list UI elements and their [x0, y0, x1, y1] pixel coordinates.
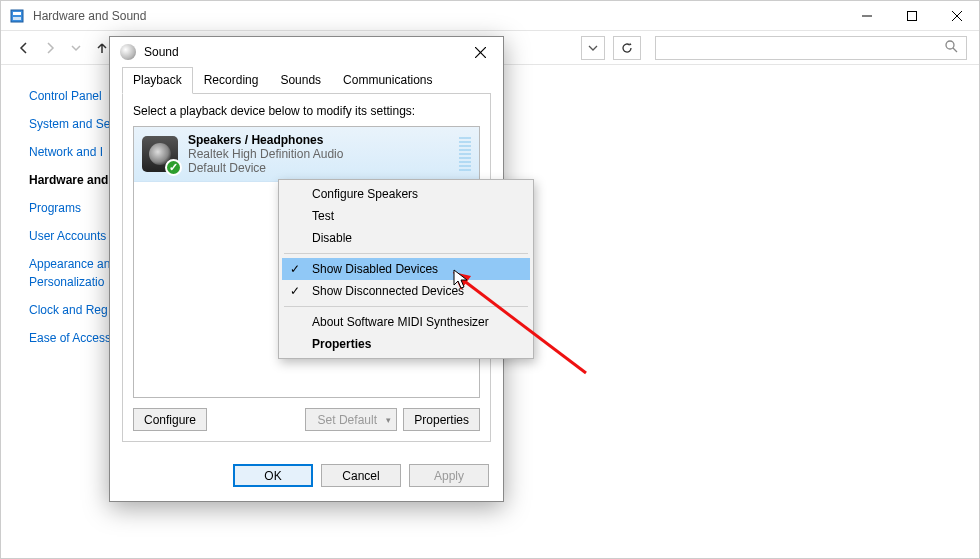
minimize-button[interactable] — [844, 1, 889, 31]
parent-title: Hardware and Sound — [33, 9, 146, 23]
ctx-configure-speakers[interactable]: Configure Speakers — [282, 183, 530, 205]
tab-sounds[interactable]: Sounds — [269, 67, 332, 94]
properties-button[interactable]: Properties — [403, 408, 480, 431]
search-icon — [944, 39, 958, 56]
tab-playback[interactable]: Playback — [122, 67, 193, 94]
ctx-properties[interactable]: Properties — [282, 333, 530, 355]
context-menu: Configure Speakers Test Disable ✓Show Di… — [278, 179, 534, 359]
set-default-button[interactable]: Set Default — [305, 408, 397, 431]
svg-point-7 — [946, 41, 954, 49]
device-vendor: Realtek High Definition Audio — [188, 147, 343, 161]
device-item-speakers[interactable]: ✓ Speakers / Headphones Realtek High Def… — [134, 127, 479, 182]
ctx-show-disconnected[interactable]: ✓Show Disconnected Devices — [282, 280, 530, 302]
control-panel-icon — [9, 8, 25, 24]
ctx-test[interactable]: Test — [282, 205, 530, 227]
check-icon: ✓ — [290, 262, 300, 276]
configure-button[interactable]: Configure — [133, 408, 207, 431]
ok-button[interactable]: OK — [233, 464, 313, 487]
cancel-button[interactable]: Cancel — [321, 464, 401, 487]
ctx-separator — [284, 253, 528, 254]
dialog-tabs: Playback Recording Sounds Communications — [122, 67, 491, 94]
default-check-icon: ✓ — [165, 159, 182, 176]
apply-button[interactable]: Apply — [409, 464, 489, 487]
sound-icon — [120, 44, 136, 60]
dialog-titlebar[interactable]: Sound — [110, 37, 503, 67]
svg-rect-4 — [907, 11, 916, 20]
close-button[interactable] — [934, 1, 979, 31]
speaker-icon: ✓ — [142, 136, 178, 172]
ctx-about-midi[interactable]: About Software MIDI Synthesizer — [282, 311, 530, 333]
check-icon: ✓ — [290, 284, 300, 298]
tab-recording[interactable]: Recording — [193, 67, 270, 94]
parent-titlebar: Hardware and Sound — [1, 1, 979, 31]
back-button[interactable] — [13, 37, 35, 59]
ctx-disable[interactable]: Disable — [282, 227, 530, 249]
tab-communications[interactable]: Communications — [332, 67, 443, 94]
address-dropdown[interactable] — [581, 36, 605, 60]
search-box[interactable] — [655, 36, 967, 60]
svg-rect-0 — [11, 10, 23, 22]
forward-button[interactable] — [39, 37, 61, 59]
device-status: Default Device — [188, 161, 343, 175]
dialog-close-button[interactable] — [459, 38, 501, 66]
maximize-button[interactable] — [889, 1, 934, 31]
instruction-text: Select a playback device below to modify… — [133, 104, 480, 118]
refresh-button[interactable] — [613, 36, 641, 60]
recent-dropdown[interactable] — [65, 37, 87, 59]
svg-rect-2 — [13, 17, 21, 20]
dialog-title: Sound — [144, 45, 179, 59]
ctx-separator — [284, 306, 528, 307]
ctx-show-disabled[interactable]: ✓Show Disabled Devices — [282, 258, 530, 280]
svg-line-8 — [953, 48, 957, 52]
level-meter — [459, 137, 471, 171]
device-name: Speakers / Headphones — [188, 133, 343, 147]
svg-rect-1 — [13, 12, 21, 15]
